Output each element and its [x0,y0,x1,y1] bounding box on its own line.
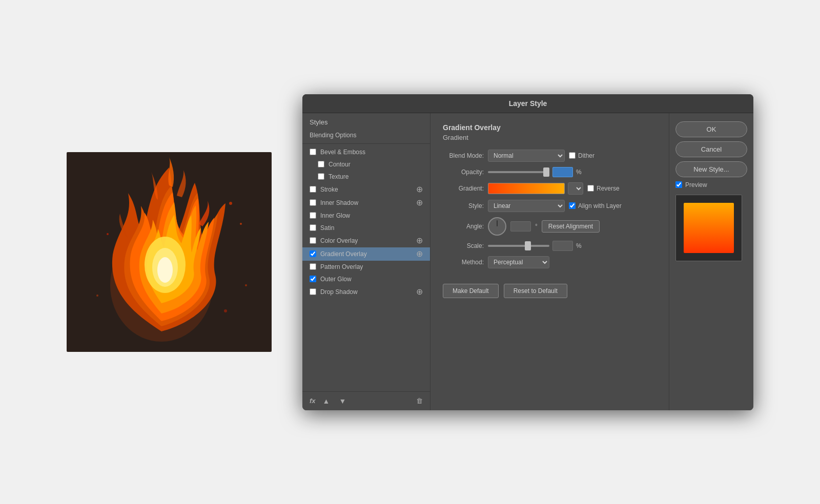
dither-checkbox-label[interactable]: Dither [569,152,594,159]
satin-checkbox[interactable] [310,224,316,231]
stroke-label: Stroke [320,186,416,193]
blend-mode-select[interactable]: Normal Dissolve Multiply Screen Overlay [488,150,565,162]
svg-point-2 [107,233,109,235]
preview-checkbox[interactable] [675,181,682,188]
style-row: Style: Linear Radial Angle Reflected Dia… [443,200,657,212]
flame-canvas [67,152,272,352]
gradient-overlay-checkbox[interactable] [310,250,316,257]
new-style-button[interactable]: New Style... [675,161,747,177]
inner-glow-label: Inner Glow [320,212,423,219]
opacity-row: Opacity: 100 % [443,167,657,177]
scale-percent: % [576,242,582,249]
sidebar-footer: fx ▲ ▼ 🗑 [302,391,430,410]
make-default-button[interactable]: Make Default [443,284,499,298]
contour-label: Contour [329,161,423,168]
angle-row: Angle: 90 ° Reset Alignment [443,217,657,236]
opacity-controls: 100 % [488,167,582,177]
gradient-label: Gradient: [443,185,484,192]
angle-dial[interactable] [488,217,506,236]
angle-input[interactable]: 90 [510,221,531,232]
stroke-plus-icon[interactable]: ⊕ [416,185,423,194]
delete-style-icon[interactable]: 🗑 [416,397,423,405]
fx-label: fx [310,397,316,405]
scale-slider[interactable] [488,245,549,247]
preview-label: Preview [685,181,707,188]
gradient-overlay-label: Gradient Overlay [320,250,416,258]
sidebar-item-contour[interactable]: Contour [302,158,430,171]
texture-checkbox[interactable] [318,173,324,180]
angle-label: Angle: [443,223,484,230]
scale-label: Scale: [443,242,484,249]
preview-thumbnail [675,195,742,261]
scale-input[interactable]: 100 [552,241,573,251]
sidebar-item-pattern-overlay[interactable]: Pattern Overlay [302,261,430,273]
gradient-preview[interactable] [488,183,565,194]
inner-shadow-checkbox[interactable] [310,199,316,206]
inner-glow-checkbox[interactable] [310,212,316,219]
opacity-label: Opacity: [443,169,484,176]
degree-symbol: ° [535,223,538,230]
gradient-overlay-plus-icon[interactable]: ⊕ [416,250,423,258]
reverse-checkbox[interactable] [587,185,594,192]
style-label: Style: [443,202,484,209]
dialog-titlebar: Layer Style [302,94,753,113]
reset-alignment-button[interactable]: Reset Alignment [542,220,600,233]
sidebar-item-gradient-overlay[interactable]: Gradient Overlay ⊕ [302,247,430,261]
sidebar-item-texture[interactable]: Texture [302,171,430,183]
opacity-percent: % [576,169,582,176]
method-row: Method: Perceptual Linear Classic [443,256,657,268]
content-subtitle: Gradient [443,134,657,141]
method-select[interactable]: Perceptual Linear Classic [488,256,549,268]
gradient-row: Gradient: Reverse [443,182,657,195]
pattern-overlay-checkbox[interactable] [310,263,316,270]
sidebar: Styles Blending Options Bevel & Emboss C… [302,113,430,410]
texture-label: Texture [329,173,423,180]
drop-shadow-plus-icon[interactable]: ⊕ [416,288,423,296]
reverse-checkbox-label[interactable]: Reverse [587,185,620,192]
color-overlay-label: Color Overlay [320,237,416,244]
dialog-title: Layer Style [509,99,547,108]
sidebar-item-bevel-emboss[interactable]: Bevel & Emboss [302,146,430,158]
blend-mode-row: Blend Mode: Normal Dissolve Multiply Scr… [443,150,657,162]
stroke-checkbox[interactable] [310,186,316,193]
sidebar-item-inner-shadow[interactable]: Inner Shadow ⊕ [302,196,430,209]
blend-mode-label: Blend Mode: [443,152,484,159]
sidebar-item-blending-options[interactable]: Blending Options [302,129,430,141]
opacity-input[interactable]: 100 [552,167,573,177]
svg-point-5 [96,295,98,297]
sidebar-item-stroke[interactable]: Stroke ⊕ [302,183,430,196]
svg-point-11 [157,257,173,283]
main-content: Gradient Overlay Gradient Blend Mode: No… [430,113,669,410]
color-overlay-plus-icon[interactable]: ⊕ [416,237,423,245]
opacity-slider[interactable] [488,171,549,173]
blending-options-label: Blending Options [310,132,423,139]
layer-style-dialog: Layer Style Styles Blending Options Beve… [302,94,753,410]
dither-checkbox[interactable] [569,152,576,159]
sidebar-item-satin[interactable]: Satin [302,222,430,234]
move-down-button[interactable]: ▼ [337,396,348,406]
align-with-layer-checkbox[interactable] [569,202,576,209]
reset-to-default-button[interactable]: Reset to Default [504,284,567,298]
scale-controls: 100 % [488,241,582,251]
sidebar-item-outer-glow[interactable]: Outer Glow [302,273,430,285]
drop-shadow-checkbox[interactable] [310,288,316,295]
preview-gradient-square [684,203,734,253]
color-overlay-checkbox[interactable] [310,237,316,244]
move-up-button[interactable]: ▲ [321,396,332,406]
drop-shadow-label: Drop Shadow [320,288,416,296]
sidebar-item-inner-glow[interactable]: Inner Glow [302,209,430,222]
ok-button[interactable]: OK [675,121,747,137]
gradient-dropdown[interactable] [568,182,583,195]
inner-shadow-label: Inner Shadow [320,199,416,206]
bevel-emboss-checkbox[interactable] [310,149,316,155]
svg-point-1 [240,223,242,225]
inner-shadow-plus-icon[interactable]: ⊕ [416,199,423,207]
contour-checkbox[interactable] [318,161,324,167]
sidebar-item-color-overlay[interactable]: Color Overlay ⊕ [302,234,430,247]
style-select[interactable]: Linear Radial Angle Reflected Diamond [488,200,565,212]
outer-glow-checkbox[interactable] [310,276,316,282]
align-with-layer-label[interactable]: Align with Layer [569,202,622,209]
cancel-button[interactable]: Cancel [675,141,747,157]
sidebar-item-drop-shadow[interactable]: Drop Shadow ⊕ [302,285,430,299]
method-label: Method: [443,259,484,266]
